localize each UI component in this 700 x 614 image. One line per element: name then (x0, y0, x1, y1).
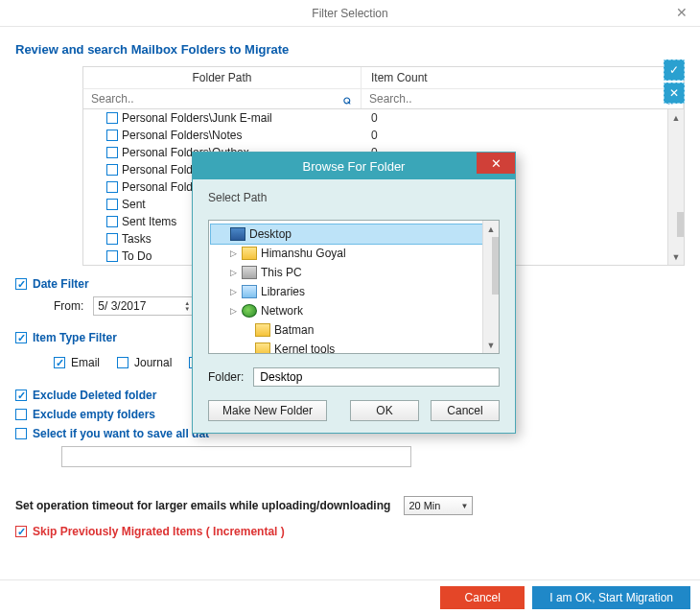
table-header: Folder Path Item Count (82, 66, 685, 88)
network-icon (242, 304, 257, 318)
dialog-close-button[interactable]: ✕ (477, 153, 515, 174)
window-title: Filter Selection (312, 7, 387, 20)
dialog-titlebar: Browse For Folder ✕ (193, 153, 515, 179)
date-from-input[interactable]: 5/ 3/2017 ▲▼ (93, 296, 198, 316)
skip-checkbox[interactable] (15, 526, 27, 537)
tree-node-kernel[interactable]: Kernel tools (211, 340, 497, 354)
expand-icon[interactable]: ▷ (228, 306, 238, 316)
browse-folder-dialog: Browse For Folder ✕ Select Path Desktop … (192, 152, 516, 434)
row-checkbox[interactable] (106, 164, 118, 176)
row-checkbox[interactable] (106, 112, 118, 124)
expand-icon[interactable]: ▷ (228, 287, 238, 296)
email-checkbox[interactable] (54, 357, 65, 368)
bottom-bar: Cancel I am OK, Start Migration (0, 579, 700, 614)
search-count-cell: ⌕ (362, 89, 684, 108)
folder-icon (255, 342, 270, 354)
tree-node-network[interactable]: ▷Network (211, 301, 497, 320)
deselect-all-button[interactable]: ✕ (664, 83, 685, 104)
folder-input[interactable] (253, 367, 500, 387)
start-migration-button[interactable]: I am OK, Start Migration (532, 586, 690, 609)
scroll-up-icon[interactable]: ▲ (483, 221, 500, 237)
folder-icon (242, 247, 257, 260)
save-csv-label: Select if you want to save all dat (33, 427, 209, 440)
pc-icon (242, 266, 257, 279)
journal-option: Journal (117, 356, 172, 369)
tree-node-libraries[interactable]: ▷Libraries (211, 282, 497, 301)
tree-node-batman[interactable]: Batman (211, 320, 497, 340)
row-checkbox[interactable] (106, 130, 118, 141)
select-buttons: ✓ ✕ (664, 59, 685, 104)
dialog-subtitle: Select Path (208, 191, 500, 204)
table-search-row: ⌕ ⌕ (82, 88, 685, 108)
search-path-input[interactable] (89, 91, 339, 106)
exclude-empty-label: Exclude empty folders (33, 408, 155, 421)
desktop-icon (230, 227, 245, 241)
dialog-title: Browse For Folder (303, 159, 406, 174)
row-checkbox[interactable] (106, 147, 118, 158)
date-filter-checkbox[interactable] (15, 278, 27, 290)
dialog-body: Select Path Desktop ▷Himanshu Goyal ▷Thi… (193, 179, 515, 433)
make-new-folder-button[interactable]: Make New Folder (208, 400, 327, 421)
search-path-cell: ⌕ (83, 89, 362, 108)
row-checkbox[interactable] (106, 181, 118, 193)
cancel-button[interactable]: Cancel (440, 586, 525, 609)
table-row[interactable]: Personal Folders\Junk E-mail0 (83, 109, 684, 127)
search-count-input[interactable] (367, 91, 662, 106)
folder-icon (255, 323, 270, 337)
dialog-cancel-button[interactable]: Cancel (431, 400, 500, 421)
timeout-label: Set operation timeout for larger emails … (15, 499, 390, 512)
window-close-button[interactable]: ✕ (669, 2, 694, 23)
select-all-button[interactable]: ✓ (664, 59, 685, 81)
folder-input-row: Folder: (208, 367, 500, 387)
scroll-up-icon[interactable]: ▲ (668, 109, 685, 126)
timeout-select[interactable]: 20 Min ▼ (404, 496, 473, 515)
expand-icon[interactable]: ▷ (228, 248, 238, 258)
exclude-deleted-checkbox[interactable] (15, 390, 27, 401)
folder-tree: Desktop ▷Himanshu Goyal ▷This PC ▷Librar… (208, 220, 500, 354)
scroll-down-icon[interactable]: ▼ (668, 248, 685, 265)
tree-node-thispc[interactable]: ▷This PC (211, 263, 497, 282)
dialog-buttons: Make New Folder OK Cancel (208, 400, 500, 421)
save-csv-checkbox[interactable] (15, 428, 27, 439)
row-checkbox[interactable] (106, 216, 118, 227)
item-type-label: Item Type Filter (33, 331, 117, 344)
email-option: Email (54, 356, 100, 369)
expand-icon[interactable]: ▷ (228, 268, 238, 277)
col-item-count[interactable]: Item Count (362, 67, 684, 88)
timeout-row: Set operation timeout for larger emails … (15, 496, 685, 515)
page-heading: Review and search Mailbox Folders to Mig… (15, 42, 685, 57)
row-checkbox[interactable] (106, 199, 118, 210)
exclude-deleted-label: Exclude Deleted folder (33, 389, 156, 402)
from-label: From: (54, 299, 83, 313)
row-checkbox[interactable] (106, 250, 118, 262)
table-scrollbar[interactable]: ▲ ▼ (667, 109, 684, 265)
window-titlebar: Filter Selection ✕ (0, 0, 700, 27)
col-folder-path[interactable]: Folder Path (83, 67, 362, 88)
skip-label: Skip Previously Migrated Items ( Increme… (33, 525, 285, 538)
skip-option: Skip Previously Migrated Items ( Increme… (15, 525, 685, 538)
item-type-checkbox[interactable] (15, 332, 27, 343)
chevron-down-icon: ▼ (460, 502, 468, 510)
scroll-down-icon[interactable]: ▼ (483, 337, 500, 353)
tree-scrollbar[interactable]: ▲ ▼ (482, 221, 499, 353)
search-icon[interactable]: ⌕ (339, 91, 355, 106)
date-filter-label: Date Filter (33, 277, 89, 291)
tree-node-desktop[interactable]: Desktop (211, 224, 497, 244)
ok-button[interactable]: OK (350, 400, 419, 421)
table-row[interactable]: Personal Folders\Notes0 (83, 127, 684, 144)
folder-label: Folder: (208, 370, 244, 384)
journal-checkbox[interactable] (117, 357, 128, 368)
csv-path-input[interactable] (61, 446, 411, 467)
libraries-icon (242, 285, 257, 298)
exclude-empty-checkbox[interactable] (15, 409, 27, 420)
tree-node-user[interactable]: ▷Himanshu Goyal (211, 244, 497, 263)
row-checkbox[interactable] (106, 233, 118, 245)
